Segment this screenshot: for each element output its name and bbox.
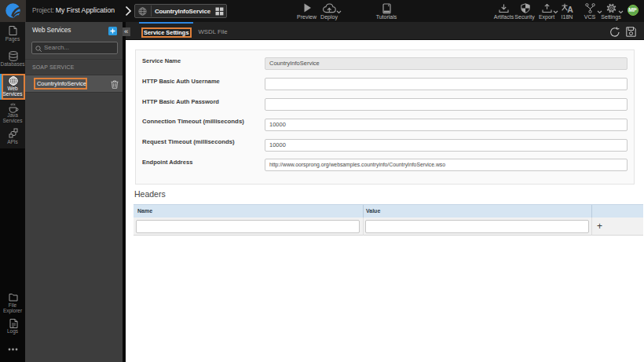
svg-text:A: A: [567, 5, 573, 13]
